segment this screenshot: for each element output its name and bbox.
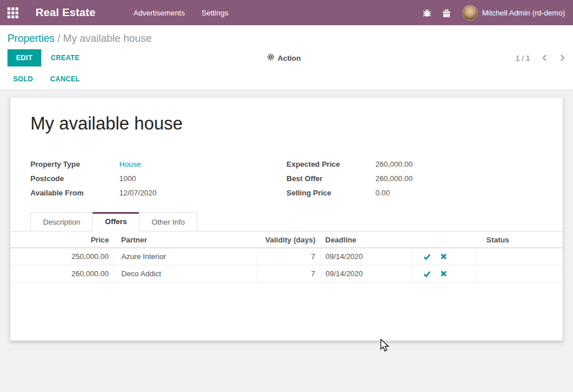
available-from-value: 12/07/2020 (119, 189, 157, 197)
offer-deadline: 09/14/2020 (320, 265, 412, 283)
offer-validity: 7 (257, 265, 320, 283)
property-title: My available house (30, 113, 563, 134)
col-actions (412, 232, 475, 248)
offer-row[interactable]: 260,000.00 Deco Addict 7 09/14/2020 (10, 265, 563, 283)
field-best-offer: Best Offer 260,000.00 (287, 171, 543, 186)
col-price[interactable]: Price (10, 232, 114, 248)
action-menu-button[interactable]: Action (267, 53, 301, 62)
menu-advertisements[interactable]: Advertisements (134, 1, 185, 25)
accept-offer-icon[interactable] (423, 271, 431, 277)
offer-validity: 7 (257, 248, 320, 265)
postcode-value: 1000 (119, 174, 136, 183)
field-label: Selling Price (287, 189, 376, 197)
offer-partner: Azure Interior (114, 248, 257, 265)
pager-count: 1 / 1 (516, 54, 530, 62)
field-postcode: Postcode 1000 (30, 171, 287, 186)
sold-button[interactable]: SOLD (13, 75, 33, 83)
field-groups: Property Type House Postcode 1000 Availa… (30, 157, 543, 200)
col-partner[interactable]: Partner (114, 232, 257, 248)
tab-other-info[interactable]: Other Info (139, 212, 197, 232)
app-brand[interactable]: Real Estate (36, 6, 96, 19)
offer-actions (412, 248, 475, 265)
control-panel: EDIT CREATE Action 1 / 1 (0, 47, 573, 69)
pager: 1 / 1 (516, 54, 566, 62)
field-label: Postcode (30, 174, 119, 183)
pager-next-icon[interactable] (559, 54, 566, 62)
offer-status (475, 265, 563, 283)
col-validity[interactable]: Validity (days) (257, 232, 320, 248)
breadcrumb-current: My available house (63, 33, 151, 44)
offer-status (475, 248, 563, 265)
top-navbar: Real Estate Advertisements Settings (0, 0, 573, 25)
menu-settings[interactable]: Settings (201, 1, 228, 25)
gear-icon (267, 53, 274, 62)
form-statusbar: SOLD CANCEL (0, 69, 573, 90)
offer-deadline: 09/14/2020 (320, 248, 412, 265)
pager-previous-icon[interactable] (541, 54, 548, 62)
mouse-cursor (380, 339, 391, 355)
bug-icon[interactable] (422, 7, 432, 18)
field-property-type: Property Type House (30, 157, 287, 171)
gift-icon[interactable] (442, 7, 452, 18)
field-group-right: Expected Price 260,000.00 Best Offer 260… (287, 157, 543, 200)
expected-price-value: 260,000.00 (376, 160, 413, 168)
form-sheet: My available house Property Type House P… (10, 97, 563, 341)
offer-actions (412, 265, 475, 283)
user-menu[interactable]: Mitchell Admin (rd-demo) (482, 9, 566, 17)
field-label: Available From (30, 189, 119, 197)
nav-menus: Advertisements Settings (134, 1, 229, 25)
accept-offer-icon[interactable] (423, 253, 431, 260)
offers-header-row: Price Partner Validity (days) Deadline S… (10, 232, 563, 248)
selling-price-value: 0.00 (376, 189, 390, 197)
offers-table: Price Partner Validity (days) Deadline S… (10, 232, 563, 283)
col-status[interactable]: Status (475, 232, 563, 248)
tab-offers[interactable]: Offers (92, 212, 139, 232)
navbar-right: Mitchell Admin (rd-demo) (413, 5, 566, 21)
field-label: Expected Price (287, 160, 376, 168)
offer-price: 260,000.00 (10, 265, 114, 283)
action-menu-label: Action (278, 54, 301, 62)
refuse-offer-icon[interactable] (441, 271, 447, 277)
form-view: My available house Property Type House P… (0, 90, 573, 341)
create-button[interactable]: CREATE (51, 54, 80, 62)
cancel-button[interactable]: CANCEL (50, 75, 80, 83)
field-group-left: Property Type House Postcode 1000 Availa… (30, 157, 287, 200)
col-deadline[interactable]: Deadline (320, 232, 412, 248)
offer-partner: Deco Addict (114, 265, 257, 283)
apps-menu-icon[interactable] (7, 7, 18, 18)
offer-price: 250,000.00 (10, 248, 114, 265)
breadcrumb-properties-link[interactable]: Properties (7, 33, 54, 44)
user-avatar[interactable] (462, 5, 478, 21)
best-offer-value: 260,000.00 (376, 174, 413, 183)
field-label: Best Offer (287, 174, 376, 183)
edit-button[interactable]: EDIT (7, 49, 41, 66)
field-label: Property Type (30, 160, 119, 168)
refuse-offer-icon[interactable] (441, 253, 447, 260)
tab-description[interactable]: Description (30, 212, 93, 232)
field-selling-price: Selling Price 0.00 (287, 186, 543, 200)
breadcrumb-separator: / (57, 33, 63, 44)
field-available-from: Available From 12/07/2020 (30, 186, 287, 200)
property-type-link[interactable]: House (119, 160, 141, 168)
breadcrumb: Properties / My available house (0, 25, 573, 47)
field-expected-price: Expected Price 260,000.00 (287, 157, 543, 171)
offer-row[interactable]: 250,000.00 Azure Interior 7 09/14/2020 (10, 248, 563, 265)
notebook-tabs: Description Offers Other Info (10, 212, 563, 232)
